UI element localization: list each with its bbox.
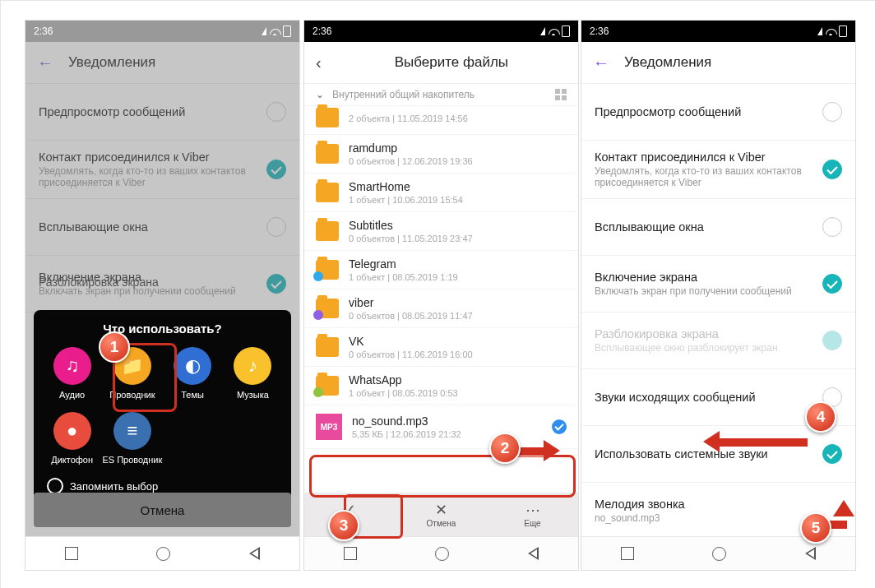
pref-unlock-screen: Разблокировка экранаВсплывающее окно раз…	[581, 313, 855, 369]
clock: 2:36	[34, 25, 53, 37]
nav-back-icon[interactable]	[249, 547, 260, 560]
chevron-down-icon: ⌄	[316, 89, 324, 100]
nav-recents-icon[interactable]	[344, 547, 357, 560]
file-row[interactable]: Subtitles0 объектов | 11.05.2019 23:47	[304, 212, 578, 251]
checkbox-icon[interactable]	[822, 102, 842, 122]
nav-bar	[25, 536, 299, 570]
callout-2: 2	[489, 433, 521, 464]
chooser-app-themes[interactable]: ◐ Темы	[163, 347, 223, 400]
clock: 2:36	[312, 25, 331, 37]
checkbox-icon	[822, 331, 842, 350]
folder-icon	[316, 144, 339, 164]
file-row[interactable]: SmartHome1 объект | 10.06.2019 15:54	[304, 174, 578, 212]
folder-icon	[316, 299, 339, 318]
file-row[interactable]: WhatsApp1 объект | 08.05.2019 0:53	[304, 367, 578, 405]
folder-icon	[316, 376, 339, 396]
phone-3: 2:36 ← Уведомления Предпросмотр сообщени…	[581, 20, 856, 571]
truncated-row: Разблокировка экрана	[39, 275, 159, 289]
folder-icon	[316, 337, 339, 357]
cancel-button[interactable]: Отмена	[34, 493, 291, 527]
pref-message-preview[interactable]: Предпросмотр сообщений	[581, 84, 855, 141]
file-row[interactable]: viber0 объектов | 08.05.2019 11:47	[304, 289, 578, 328]
music-icon: ♪	[234, 347, 271, 385]
phone-1: 2:36 ← Уведомления Предпросмотр сообщени…	[25, 20, 300, 571]
mic-icon: ●	[53, 412, 91, 450]
folder-icon	[316, 221, 339, 241]
chooser-app-music[interactable]: ♪ Музыка	[223, 347, 283, 400]
back-arrow-icon[interactable]: ‹	[316, 53, 322, 72]
callout-4: 4	[805, 401, 836, 433]
checkbox-icon[interactable]	[822, 217, 842, 237]
page-title: Выберите файлы	[336, 54, 567, 71]
file-row[interactable]: VK0 объектов | 11.06.2019 16:00	[304, 328, 578, 367]
file-row[interactable]: ramdump0 объектов | 12.06.2019 19:36	[304, 135, 578, 174]
status-bar: 2:36	[25, 21, 299, 42]
checkbox-icon[interactable]	[822, 444, 842, 464]
selected-check-icon	[552, 419, 567, 434]
checkbox-icon[interactable]	[822, 274, 842, 294]
arrow-icon	[516, 442, 565, 466]
app-bar: ‹ Выберите файлы	[304, 42, 578, 84]
app-bar: ← Уведомления	[581, 42, 855, 84]
nav-recents-icon[interactable]	[621, 547, 634, 560]
nav-home-icon[interactable]	[435, 547, 449, 561]
chooser-app-es[interactable]: ≡ ES Проводник	[102, 412, 162, 465]
nav-back-icon[interactable]	[528, 547, 539, 560]
close-icon: ✕	[435, 502, 447, 517]
chooser-title: Что использовать?	[42, 322, 283, 336]
es-explorer-icon: ≡	[113, 412, 151, 450]
file-row[interactable]: 2 объекта | 11.05.2019 14:56	[304, 106, 578, 135]
nav-home-icon[interactable]	[156, 547, 170, 561]
grid-view-icon[interactable]	[555, 89, 567, 100]
callout-5: 5	[800, 512, 831, 544]
chooser-sheet: Что использовать? ♫ Аудио 📁 Проводник ◐ …	[34, 310, 291, 504]
nav-back-icon[interactable]	[805, 547, 816, 560]
callout-3: 3	[328, 510, 359, 541]
folder-icon	[316, 260, 339, 280]
page-title: Уведомления	[624, 54, 711, 71]
file-row[interactable]: Telegram1 объект | 08.05.2019 1:19	[304, 251, 578, 289]
nav-bar	[304, 536, 578, 570]
phone-2: 2:36 ‹ Выберите файлы ⌄ Внутренний общий…	[303, 20, 579, 571]
cancel-button[interactable]: ✕Отмена	[396, 493, 487, 537]
more-icon: ⋯	[525, 502, 540, 517]
chooser-app-audio[interactable]: ♫ Аудио	[42, 347, 102, 400]
pref-contact-joined[interactable]: Контакт присоединился к ViberУведомлять,…	[581, 141, 855, 199]
music-note-icon: ♫	[53, 347, 91, 385]
arrow-icon	[700, 436, 807, 461]
status-bar: 2:36	[581, 21, 855, 42]
folder-icon	[316, 183, 339, 202]
pref-popups[interactable]: Всплывающие окна	[581, 199, 855, 256]
status-bar: 2:36	[304, 21, 578, 42]
callout-1: 1	[99, 331, 130, 363]
nav-recents-icon[interactable]	[65, 547, 78, 560]
palette-icon: ◐	[174, 347, 211, 385]
pref-screen-on[interactable]: Включение экранаВключать экран при получ…	[581, 256, 855, 313]
back-arrow-icon[interactable]: ←	[593, 53, 609, 72]
clock: 2:36	[590, 25, 609, 37]
nav-home-icon[interactable]	[712, 547, 726, 561]
checkbox-icon[interactable]	[822, 160, 842, 179]
chooser-app-recorder[interactable]: ● Диктофон	[42, 412, 102, 465]
mp3-file-icon: MP3	[316, 414, 342, 440]
path-bar[interactable]: ⌄ Внутренний общий накопитель	[304, 84, 578, 106]
more-button[interactable]: ⋯Еще	[487, 493, 578, 537]
folder-icon	[316, 108, 339, 127]
